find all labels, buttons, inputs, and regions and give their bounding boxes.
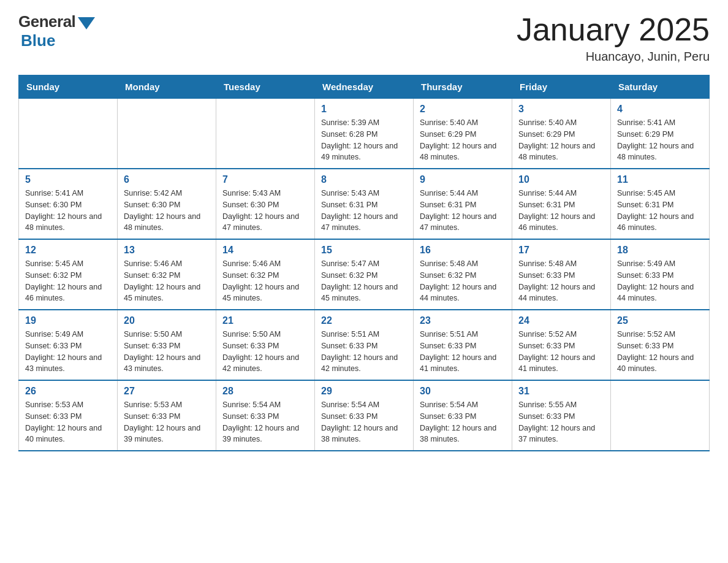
day-info: Sunrise: 5:51 AMSunset: 6:33 PMDaylight:…: [420, 329, 506, 375]
calendar-cell: 3Sunrise: 5:40 AMSunset: 6:29 PMDaylight…: [512, 99, 611, 169]
day-number: 5: [25, 174, 111, 185]
day-number: 3: [518, 104, 604, 115]
day-number: 25: [617, 315, 703, 326]
title-section: January 2025 Huancayo, Junin, Peru: [517, 12, 710, 64]
logo: General Blue: [18, 12, 95, 50]
day-number: 23: [420, 315, 506, 326]
day-info: Sunrise: 5:48 AMSunset: 6:32 PMDaylight:…: [420, 258, 506, 304]
day-number: 22: [321, 315, 407, 326]
day-info: Sunrise: 5:40 AMSunset: 6:29 PMDaylight:…: [420, 117, 506, 163]
calendar-cell: 28Sunrise: 5:54 AMSunset: 6:33 PMDayligh…: [216, 380, 315, 451]
calendar-cell: 30Sunrise: 5:54 AMSunset: 6:33 PMDayligh…: [414, 380, 512, 451]
calendar-day-header: Sunday: [19, 75, 118, 99]
calendar-cell: 26Sunrise: 5:53 AMSunset: 6:33 PMDayligh…: [19, 380, 118, 451]
day-number: 14: [222, 245, 308, 256]
calendar-cell: 10Sunrise: 5:44 AMSunset: 6:31 PMDayligh…: [512, 169, 611, 239]
day-info: Sunrise: 5:39 AMSunset: 6:28 PMDaylight:…: [321, 117, 407, 163]
day-number: 4: [617, 104, 703, 115]
calendar-table: SundayMondayTuesdayWednesdayThursdayFrid…: [18, 75, 710, 451]
calendar-cell: [611, 380, 710, 451]
day-number: 2: [420, 104, 506, 115]
day-info: Sunrise: 5:48 AMSunset: 6:33 PMDaylight:…: [518, 258, 604, 304]
day-info: Sunrise: 5:46 AMSunset: 6:32 PMDaylight:…: [222, 258, 308, 304]
day-info: Sunrise: 5:52 AMSunset: 6:33 PMDaylight:…: [518, 329, 604, 375]
calendar-cell: 31Sunrise: 5:55 AMSunset: 6:33 PMDayligh…: [512, 380, 611, 451]
calendar-cell: 23Sunrise: 5:51 AMSunset: 6:33 PMDayligh…: [414, 310, 512, 380]
day-number: 24: [518, 315, 604, 326]
calendar-week-row: 12Sunrise: 5:45 AMSunset: 6:32 PMDayligh…: [19, 239, 710, 310]
calendar-header-row: SundayMondayTuesdayWednesdayThursdayFrid…: [19, 75, 710, 99]
day-number: 20: [124, 315, 210, 326]
day-info: Sunrise: 5:49 AMSunset: 6:33 PMDaylight:…: [617, 258, 703, 304]
day-number: 12: [25, 245, 111, 256]
day-info: Sunrise: 5:54 AMSunset: 6:33 PMDaylight:…: [420, 399, 506, 445]
calendar-cell: 22Sunrise: 5:51 AMSunset: 6:33 PMDayligh…: [315, 310, 414, 380]
calendar-cell: 2Sunrise: 5:40 AMSunset: 6:29 PMDaylight…: [414, 99, 512, 169]
calendar-cell: 29Sunrise: 5:54 AMSunset: 6:33 PMDayligh…: [315, 380, 414, 451]
calendar-cell: 9Sunrise: 5:44 AMSunset: 6:31 PMDaylight…: [414, 169, 512, 239]
calendar-cell: 7Sunrise: 5:43 AMSunset: 6:30 PMDaylight…: [216, 169, 315, 239]
day-info: Sunrise: 5:41 AMSunset: 6:30 PMDaylight:…: [25, 188, 111, 234]
day-number: 29: [321, 386, 407, 397]
day-number: 9: [420, 174, 506, 185]
day-number: 13: [124, 245, 210, 256]
day-info: Sunrise: 5:44 AMSunset: 6:31 PMDaylight:…: [518, 188, 604, 234]
calendar-cell: 18Sunrise: 5:49 AMSunset: 6:33 PMDayligh…: [611, 239, 710, 310]
page-header: General Blue January 2025 Huancayo, Juni…: [18, 12, 710, 64]
day-info: Sunrise: 5:42 AMSunset: 6:30 PMDaylight:…: [124, 188, 210, 234]
day-number: 17: [518, 245, 604, 256]
day-info: Sunrise: 5:43 AMSunset: 6:30 PMDaylight:…: [222, 188, 308, 234]
calendar-cell: [19, 99, 118, 169]
calendar-cell: 12Sunrise: 5:45 AMSunset: 6:32 PMDayligh…: [19, 239, 118, 310]
day-number: 28: [222, 386, 308, 397]
calendar-day-header: Monday: [118, 75, 216, 99]
day-number: 10: [518, 174, 604, 185]
day-number: 30: [420, 386, 506, 397]
page-title: January 2025: [517, 12, 710, 47]
calendar-cell: 14Sunrise: 5:46 AMSunset: 6:32 PMDayligh…: [216, 239, 315, 310]
day-info: Sunrise: 5:44 AMSunset: 6:31 PMDaylight:…: [420, 188, 506, 234]
day-info: Sunrise: 5:53 AMSunset: 6:33 PMDaylight:…: [124, 399, 210, 445]
day-info: Sunrise: 5:52 AMSunset: 6:33 PMDaylight:…: [617, 329, 703, 375]
day-info: Sunrise: 5:45 AMSunset: 6:31 PMDaylight:…: [617, 188, 703, 234]
day-info: Sunrise: 5:43 AMSunset: 6:31 PMDaylight:…: [321, 188, 407, 234]
day-number: 7: [222, 174, 308, 185]
day-number: 11: [617, 174, 703, 185]
calendar-cell: 21Sunrise: 5:50 AMSunset: 6:33 PMDayligh…: [216, 310, 315, 380]
calendar-cell: 20Sunrise: 5:50 AMSunset: 6:33 PMDayligh…: [118, 310, 216, 380]
day-number: 27: [124, 386, 210, 397]
calendar-cell: 8Sunrise: 5:43 AMSunset: 6:31 PMDaylight…: [315, 169, 414, 239]
calendar-cell: 1Sunrise: 5:39 AMSunset: 6:28 PMDaylight…: [315, 99, 414, 169]
calendar-cell: 5Sunrise: 5:41 AMSunset: 6:30 PMDaylight…: [19, 169, 118, 239]
day-info: Sunrise: 5:51 AMSunset: 6:33 PMDaylight:…: [321, 329, 407, 375]
calendar-cell: 17Sunrise: 5:48 AMSunset: 6:33 PMDayligh…: [512, 239, 611, 310]
day-info: Sunrise: 5:53 AMSunset: 6:33 PMDaylight:…: [25, 399, 111, 445]
calendar-day-header: Friday: [512, 75, 611, 99]
day-info: Sunrise: 5:41 AMSunset: 6:29 PMDaylight:…: [617, 117, 703, 163]
day-number: 19: [25, 315, 111, 326]
day-info: Sunrise: 5:45 AMSunset: 6:32 PMDaylight:…: [25, 258, 111, 304]
day-info: Sunrise: 5:55 AMSunset: 6:33 PMDaylight:…: [518, 399, 604, 445]
day-number: 26: [25, 386, 111, 397]
calendar-cell: 4Sunrise: 5:41 AMSunset: 6:29 PMDaylight…: [611, 99, 710, 169]
day-number: 31: [518, 386, 604, 397]
day-info: Sunrise: 5:50 AMSunset: 6:33 PMDaylight:…: [222, 329, 308, 375]
day-number: 1: [321, 104, 407, 115]
calendar-day-header: Wednesday: [315, 75, 414, 99]
day-info: Sunrise: 5:50 AMSunset: 6:33 PMDaylight:…: [124, 329, 210, 375]
calendar-week-row: 1Sunrise: 5:39 AMSunset: 6:28 PMDaylight…: [19, 99, 710, 169]
day-number: 6: [124, 174, 210, 185]
calendar-day-header: Tuesday: [216, 75, 315, 99]
logo-blue-text: Blue: [21, 31, 55, 50]
calendar-cell: 13Sunrise: 5:46 AMSunset: 6:32 PMDayligh…: [118, 239, 216, 310]
day-number: 18: [617, 245, 703, 256]
calendar-day-header: Thursday: [414, 75, 512, 99]
day-info: Sunrise: 5:54 AMSunset: 6:33 PMDaylight:…: [321, 399, 407, 445]
calendar-cell: 6Sunrise: 5:42 AMSunset: 6:30 PMDaylight…: [118, 169, 216, 239]
page-subtitle: Huancayo, Junin, Peru: [517, 50, 710, 64]
calendar-cell: 19Sunrise: 5:49 AMSunset: 6:33 PMDayligh…: [19, 310, 118, 380]
calendar-cell: 11Sunrise: 5:45 AMSunset: 6:31 PMDayligh…: [611, 169, 710, 239]
day-info: Sunrise: 5:46 AMSunset: 6:32 PMDaylight:…: [124, 258, 210, 304]
calendar-week-row: 5Sunrise: 5:41 AMSunset: 6:30 PMDaylight…: [19, 169, 710, 239]
day-number: 16: [420, 245, 506, 256]
